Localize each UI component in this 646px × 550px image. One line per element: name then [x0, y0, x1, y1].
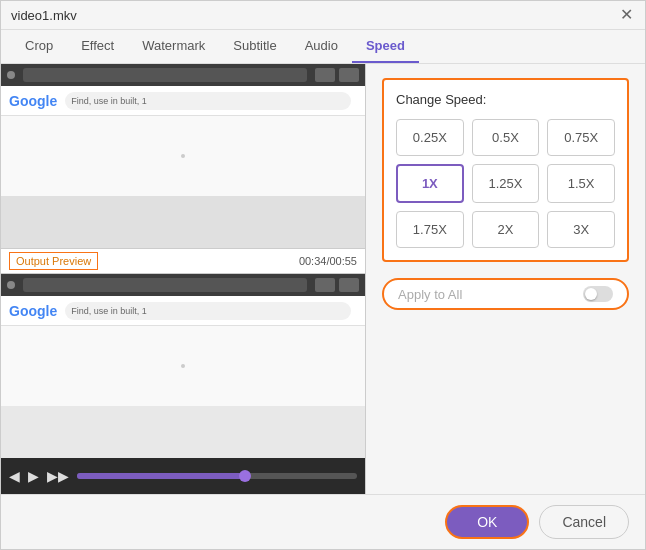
progress-fill	[77, 473, 245, 479]
ok-button[interactable]: OK	[445, 505, 529, 539]
progress-thumb[interactable]	[239, 470, 251, 482]
apply-to-all-label: Apply to All	[398, 287, 462, 302]
tab-subtitle[interactable]: Subtitle	[219, 30, 290, 63]
play-button[interactable]: ▶	[28, 468, 39, 484]
window-title: video1.mkv	[11, 8, 77, 23]
search-text-top: Find, use in built, 1	[71, 96, 147, 106]
browser-url-bottom	[23, 278, 307, 292]
browser-icon1	[315, 68, 335, 82]
google-logo-top: Google	[9, 93, 57, 109]
speed-0.75x[interactable]: 0.75X	[547, 119, 615, 156]
video-preview-top: Google Find, use in built, 1	[1, 64, 365, 248]
speed-1.75x[interactable]: 1.75X	[396, 211, 464, 248]
browser-icons-top	[315, 68, 359, 82]
title-bar: video1.mkv ✕	[1, 1, 645, 30]
google-search-bottom: Find, use in built, 1	[65, 302, 351, 320]
output-preview-bar: Output Preview 00:34/00:55	[1, 248, 365, 274]
toggle-knob	[585, 288, 597, 300]
browser-icons-bottom	[315, 278, 359, 292]
google-logo-bottom: Google	[9, 303, 57, 319]
progress-bar[interactable]	[77, 473, 357, 479]
speed-0.25x[interactable]: 0.25X	[396, 119, 464, 156]
output-preview-label: Output Preview	[9, 252, 98, 270]
tab-watermark[interactable]: Watermark	[128, 30, 219, 63]
speed-3x[interactable]: 3X	[547, 211, 615, 248]
tab-crop[interactable]: Crop	[11, 30, 67, 63]
dot1	[7, 71, 15, 79]
browser-mock-top: Google Find, use in built, 1	[1, 64, 365, 196]
prev-frame-button[interactable]: ◀	[9, 468, 20, 484]
speed-box: Change Speed: 0.25X 0.5X 0.75X 1X 1.25X …	[382, 78, 629, 262]
apply-to-all-toggle[interactable]	[583, 286, 613, 302]
browser-icon3	[315, 278, 335, 292]
speed-2x[interactable]: 2X	[472, 211, 540, 248]
browser-mock-bottom: Google Find, use in built, 1	[1, 274, 365, 406]
time-display: 00:34/00:55	[299, 255, 357, 267]
browser-icon2	[339, 68, 359, 82]
content-dot	[181, 154, 185, 158]
speed-1.25x[interactable]: 1.25X	[472, 164, 540, 203]
search-text-bottom: Find, use in built, 1	[71, 306, 147, 316]
browser-bar-bottom	[1, 274, 365, 296]
speed-grid: 0.25X 0.5X 0.75X 1X 1.25X 1.5X 1.75X 2X …	[396, 119, 615, 248]
tab-speed[interactable]: Speed	[352, 30, 419, 63]
playback-controls: ◀ ▶ ▶▶	[1, 458, 365, 494]
dot2	[7, 281, 15, 289]
speed-1x[interactable]: 1X	[396, 164, 464, 203]
browser-content-bottom	[1, 326, 365, 406]
speed-box-title: Change Speed:	[396, 92, 615, 107]
nav-tabs: Crop Effect Watermark Subtitle Audio Spe…	[1, 30, 645, 64]
next-frame-button[interactable]: ▶▶	[47, 468, 69, 484]
main-content: Google Find, use in built, 1 Output Prev…	[1, 64, 645, 494]
speed-1.5x[interactable]: 1.5X	[547, 164, 615, 203]
browser-content-top	[1, 116, 365, 196]
app-window: video1.mkv ✕ Crop Effect Watermark Subti…	[0, 0, 646, 550]
browser-icon4	[339, 278, 359, 292]
speed-0.5x[interactable]: 0.5X	[472, 119, 540, 156]
google-search-top: Find, use in built, 1	[65, 92, 351, 110]
tab-audio[interactable]: Audio	[291, 30, 352, 63]
content-dot2	[181, 364, 185, 368]
google-bar-bottom: Google Find, use in built, 1	[1, 296, 365, 326]
browser-bar-top	[1, 64, 365, 86]
tab-effect[interactable]: Effect	[67, 30, 128, 63]
apply-to-all-box: Apply to All	[382, 278, 629, 310]
cancel-button[interactable]: Cancel	[539, 505, 629, 539]
close-button[interactable]: ✕	[618, 7, 635, 23]
preview-panel: Google Find, use in built, 1 Output Prev…	[1, 64, 366, 494]
browser-url-top	[23, 68, 307, 82]
bottom-buttons: OK Cancel	[1, 494, 645, 549]
google-bar-top: Google Find, use in built, 1	[1, 86, 365, 116]
video-preview-bottom: Google Find, use in built, 1	[1, 274, 365, 458]
right-panel: Change Speed: 0.25X 0.5X 0.75X 1X 1.25X …	[366, 64, 645, 494]
